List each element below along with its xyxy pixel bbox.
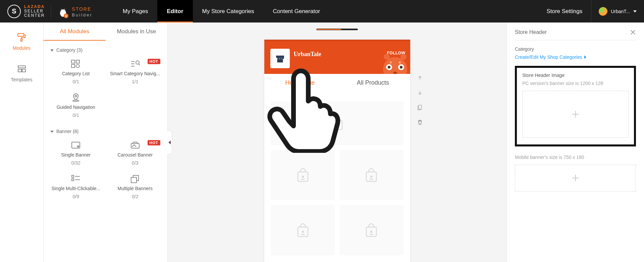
delete-button[interactable] — [414, 117, 426, 128]
module-label: Multiple Banners — [118, 186, 153, 191]
phone-preview[interactable]: UrbanTale FOLLOW — [264, 40, 410, 262]
plus-icon — [571, 173, 580, 183]
storefront-tabs: Homepage All Products — [264, 74, 410, 91]
hot-badge: HOT — [148, 59, 160, 64]
svg-rect-10 — [18, 66, 25, 68]
placeholder-product[interactable] — [271, 150, 335, 200]
content-placeholders — [264, 91, 410, 262]
canvas-area: Mobile PC UrbanTale FOLLOW — [168, 23, 506, 262]
move-down-button[interactable] — [414, 87, 426, 98]
top-right: Store Settings UrbanT... — [538, 0, 644, 23]
svg-rect-57 — [419, 105, 422, 109]
store-header-module[interactable]: UrbanTale FOLLOW — [264, 40, 410, 74]
svg-rect-15 — [71, 64, 75, 68]
nav-my-pages[interactable]: My Pages — [113, 0, 158, 23]
penguin-icon: S — [57, 5, 69, 18]
main-nav: My Pages Editor My Store Categories Cont… — [113, 0, 329, 23]
placeholder-product[interactable] — [339, 150, 404, 200]
user-menu[interactable]: UrbanT... — [591, 0, 644, 23]
module-carousel-banner[interactable]: HOT Carousel Banner 0/3 — [106, 141, 165, 166]
section-category[interactable]: Category (3) — [44, 43, 167, 57]
storefront-tab-homepage[interactable]: Homepage — [285, 79, 315, 86]
svg-point-46 — [399, 61, 401, 63]
svg-point-52 — [371, 176, 372, 177]
module-smart-category-nav[interactable]: HOT Smart Category Navig... 1/1 — [106, 59, 165, 84]
shopping-bag-icon — [294, 167, 311, 183]
module-single-multi-clickable[interactable]: Single Multi-Clickable... 0/9 — [46, 174, 106, 199]
module-label: Carousel Banner — [117, 152, 153, 158]
lazada-seller-word: SELLER — [24, 9, 44, 13]
toggle-mobile[interactable]: Mobile — [317, 29, 341, 30]
svg-point-45 — [390, 61, 392, 63]
svg-rect-14 — [76, 60, 79, 63]
pc-banner-hint: PC version's banner size is 1200 x 128 — [522, 81, 629, 86]
tab-all-modules[interactable]: All Modules — [44, 23, 106, 41]
svg-rect-12 — [22, 69, 25, 72]
svg-rect-34 — [277, 59, 283, 62]
logo-separator — [51, 5, 51, 18]
svg-point-37 — [388, 66, 390, 69]
toggle-pc[interactable]: PC — [341, 29, 358, 30]
module-count: 1/1 — [132, 79, 138, 84]
lazada-logo: S LAZADA SELLER CENTER — [7, 5, 45, 18]
svg-rect-11 — [18, 69, 21, 72]
section-banner[interactable]: Banner (8) — [44, 124, 167, 139]
module-tabs: All Modules Modules in Use — [44, 23, 167, 41]
header-image-label: Store Header Image — [522, 73, 629, 78]
module-guided-navigation[interactable]: Guided Navigation 0/1 — [46, 93, 106, 118]
module-toolbar — [414, 72, 426, 128]
store-header-image-section: Store Header Image PC version's banner s… — [515, 66, 636, 146]
store-name: UrbanTale — [294, 51, 321, 58]
placeholder-banner[interactable] — [271, 101, 404, 145]
mobile-banner-upload[interactable] — [515, 165, 636, 191]
nav-editor[interactable]: Editor — [157, 0, 193, 23]
copy-button[interactable] — [414, 102, 426, 113]
chevron-down-icon — [50, 131, 54, 133]
module-count: 0/3 — [132, 160, 138, 166]
rail-modules[interactable]: Modules — [13, 33, 31, 51]
nav-content-generator[interactable]: Content Generator — [263, 0, 329, 23]
plus-icon — [571, 110, 580, 119]
rail-modules-label: Modules — [13, 45, 31, 51]
module-category-list[interactable]: Category List 0/1 — [46, 59, 106, 84]
nav-store-settings[interactable]: Store Settings — [538, 0, 591, 23]
store-builder-text: STORE Builder — [72, 5, 92, 17]
close-icon[interactable] — [630, 29, 636, 35]
edit-shop-categories-link[interactable]: Create/Edit My Shop Categories — [515, 54, 586, 60]
svg-rect-9 — [21, 39, 22, 41]
placeholder-product[interactable] — [271, 205, 335, 255]
module-count: 0/32 — [71, 160, 80, 166]
shopping-bag-icon — [294, 222, 311, 238]
lazada-s-icon: S — [7, 5, 21, 18]
svg-rect-32 — [131, 177, 137, 183]
module-label: Category List — [62, 71, 90, 76]
map-pin-icon — [71, 93, 81, 102]
banner-icon — [71, 141, 81, 149]
placeholder-product[interactable] — [339, 205, 404, 255]
modules-panel: All Modules Modules in Use Category (3) — [44, 23, 168, 262]
storefront-tab-products[interactable]: All Products — [357, 79, 389, 86]
svg-rect-42 — [387, 58, 389, 63]
user-name: UrbanT... — [611, 9, 630, 14]
rail-templates[interactable]: Templates — [11, 64, 33, 82]
svg-point-48 — [336, 124, 338, 126]
svg-point-23 — [73, 100, 79, 101]
grid-icon — [71, 59, 81, 68]
pc-banner-upload[interactable] — [522, 91, 629, 138]
nav-store-categories[interactable]: My Store Categories — [193, 0, 264, 23]
move-up-button[interactable] — [414, 72, 426, 84]
svg-point-4 — [61, 9, 62, 10]
module-single-banner[interactable]: Single Banner 0/32 — [46, 141, 106, 166]
inspector-title: Store Header — [515, 29, 547, 35]
store-word: STORE — [72, 6, 91, 12]
svg-point-56 — [371, 231, 372, 232]
lazada-word: LAZADA — [24, 4, 45, 9]
tab-modules-in-use[interactable]: Modules in Use — [106, 23, 168, 41]
store-avatar-icon — [270, 49, 290, 68]
svg-rect-13 — [71, 60, 75, 63]
category-label: Category — [515, 46, 636, 52]
stacked-squares-icon — [130, 174, 140, 183]
hot-badge: HOT — [148, 140, 160, 145]
module-multiple-banners[interactable]: Multiple Banners 0/2 — [106, 174, 165, 199]
chevron-right-icon — [584, 55, 586, 59]
